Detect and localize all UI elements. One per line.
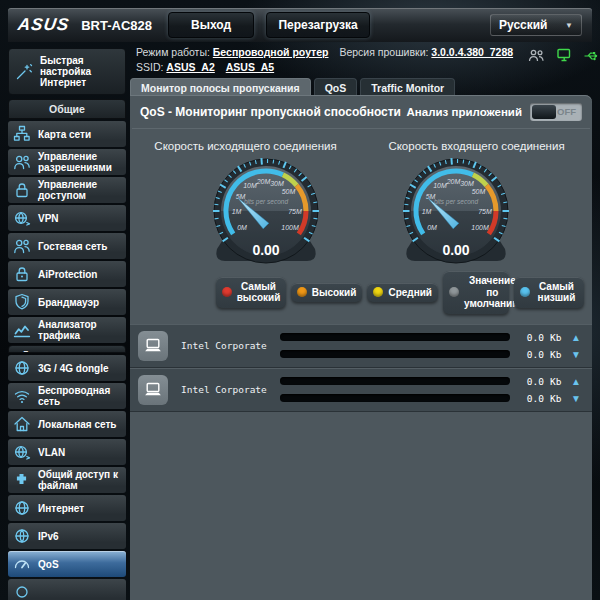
wifi-icon — [12, 387, 32, 405]
sidebar-item-wireless[interactable]: Беспроводная сеть — [8, 383, 126, 409]
svg-text:20M: 20M — [446, 178, 461, 185]
globe-icon — [12, 527, 32, 545]
usb-icon[interactable] — [583, 49, 600, 62]
sidebar-item-3g-4g-dongle[interactable]: 3G / 4G dongle — [8, 355, 126, 381]
sidebar-item-traffic-analyzer[interactable]: Анализатор трафика — [8, 317, 126, 343]
tab-bandwidth-monitor[interactable]: Монитор полосы пропускания — [130, 78, 311, 95]
gear-icon — [12, 583, 32, 600]
device-list: Intel Corporate 0.0 Kb ▲ 0.0 Kb ▼ — [130, 324, 592, 412]
chevron-down-icon: ▼ — [565, 21, 573, 30]
legend-highest[interactable]: Самый высокий — [216, 277, 286, 308]
sidebar-item-vpn[interactable]: VPN — [8, 205, 126, 231]
upload-value: 0.0 — [510, 332, 544, 343]
sidebar-quick-setup[interactable]: Быстрая настройка Интернет — [8, 48, 126, 95]
svg-text:10M: 10M — [243, 182, 257, 189]
upload-bar — [280, 333, 510, 341]
svg-text:30M: 30M — [460, 180, 474, 187]
sidebar-item-lan[interactable]: Локальная сеть — [8, 411, 126, 437]
download-value: 0.0 — [510, 393, 544, 404]
down-arrow-icon: ▼ — [570, 349, 582, 360]
logout-button[interactable]: Выход — [168, 12, 254, 38]
shield-icon — [12, 293, 32, 311]
system-monitor-icon[interactable] — [556, 48, 572, 62]
download-bar — [280, 350, 510, 358]
svg-text:1M: 1M — [422, 208, 432, 215]
device-row: Intel Corporate 0.0 Kb ▲ 0.0 Kb ▼ — [130, 368, 592, 412]
status-icons — [528, 48, 600, 62]
tab-qos[interactable]: QoS — [314, 78, 358, 95]
screen: { "banner": { "brand": "ASUS", "model": … — [0, 0, 600, 600]
sidebar-item-network-map[interactable]: Карта сети — [8, 121, 126, 147]
mode-label: Режим работы: — [136, 46, 210, 58]
sidebar-item-partial[interactable] — [8, 579, 126, 600]
language-dropdown[interactable]: Русский ▼ — [490, 14, 582, 36]
clients-icon[interactable] — [528, 49, 545, 62]
sidebar-item-internet[interactable]: Интернет — [8, 495, 126, 521]
tab-bar: Монитор полосы пропускания QoS Traffic M… — [130, 78, 458, 95]
mode-link[interactable]: Беспроводной роутер — [213, 46, 329, 58]
sidebar-item-aiprotection[interactable]: AiProtection — [8, 261, 126, 287]
svg-text:75M: 75M — [478, 208, 492, 215]
svg-text:0M: 0M — [237, 224, 247, 231]
gauges: 0M 1M 5M 10M 20M 30M 50M 75M 100M bits p… — [130, 157, 592, 267]
svg-text:50M: 50M — [282, 188, 296, 195]
download-gauge-title: Скорость входящего соединения — [361, 140, 592, 152]
laptop-icon[interactable] — [138, 375, 168, 405]
sidebar-item-qos[interactable]: QoS — [8, 551, 126, 577]
toggle-state: OFF — [557, 106, 576, 117]
lock-icon — [12, 265, 32, 283]
tab-traffic-monitor[interactable]: Traffic Monitor — [360, 78, 455, 95]
legend-medium[interactable]: Средний — [367, 283, 438, 303]
page-title: QoS - Мониторинг пропускной способности — [140, 105, 401, 119]
globe-icon — [12, 499, 32, 517]
ssid-link-1[interactable]: ASUS_A2 — [166, 61, 214, 73]
sidebar-item-access-control[interactable]: Управление доступом — [8, 177, 126, 203]
legend-default[interactable]: Значение по умолчанию — [443, 271, 509, 314]
gauge-icon — [12, 555, 32, 573]
download-gauge: 0M 1M 5M 10M 20M 30M 50M 75M 100M bits p… — [381, 157, 531, 267]
qos-panel: QoS - Мониторинг пропускной способности … — [130, 95, 592, 600]
legend-high[interactable]: Высокий — [291, 283, 363, 303]
line-chart-icon — [12, 321, 32, 339]
sidebar-item-permissions[interactable]: Управление разрешениями — [8, 149, 126, 175]
download-bar — [280, 394, 510, 402]
puzzle-icon — [12, 471, 32, 489]
svg-text:100M: 100M — [281, 224, 299, 231]
sidebar-item-file-sharing[interactable]: Общий доступ к файлам — [8, 467, 126, 493]
firmware-link[interactable]: 3.0.0.4.380_7288 — [431, 46, 513, 58]
svg-text:bits per second: bits per second — [244, 198, 288, 206]
sidebar-item-vlan[interactable]: VLAN — [8, 439, 126, 465]
laptop-icon[interactable] — [138, 331, 168, 361]
sidebar-section-general: Общие — [8, 99, 126, 119]
svg-text:100M: 100M — [471, 224, 489, 231]
yellow-dot-icon — [373, 287, 383, 297]
network-map-icon — [12, 125, 32, 143]
device-row: Intel Corporate 0.0 Kb ▲ 0.0 Kb ▼ — [130, 324, 592, 368]
ssid-label: SSID: — [136, 61, 163, 73]
down-arrow-icon: ▼ — [570, 393, 582, 404]
device-name: Intel Corporate — [181, 340, 280, 351]
reboot-button[interactable]: Перезагрузка — [266, 12, 370, 38]
sidebar-item-firewall[interactable]: Брандмауэр — [8, 289, 126, 315]
download-value: 0.00 — [442, 242, 469, 258]
sidebar-item-ipv6[interactable]: IPv6 — [8, 523, 126, 549]
sidebar-quick-setup-label: Быстрая настройка Интернет — [40, 55, 120, 88]
upload-value: 0.0 — [510, 376, 544, 387]
up-arrow-icon: ▲ — [570, 376, 582, 387]
cyan-dot-icon — [520, 287, 530, 297]
gray-dot-icon — [449, 287, 459, 297]
ssid-link-2[interactable]: ASUS_A5 — [226, 61, 274, 73]
legend-lowest[interactable]: Самый низший — [514, 277, 584, 308]
sidebar-item-guest-network[interactable]: Гостевая сеть — [8, 233, 126, 259]
svg-text:0M: 0M — [427, 224, 437, 231]
firmware-label: Версия прошивки: — [339, 46, 428, 58]
up-arrow-icon: ▲ — [570, 332, 582, 343]
priority-legend: Самый высокий Высокий Средний Значение п… — [130, 271, 592, 314]
info-bar: Режим работы: Беспроводной роутер Версия… — [136, 45, 513, 75]
app-analysis-label: Анализ приложений — [407, 106, 522, 118]
device-name: Intel Corporate — [181, 384, 280, 395]
home-icon — [12, 415, 32, 433]
users-icon — [12, 153, 32, 171]
upload-gauge: 0M 1M 5M 10M 20M 30M 50M 75M 100M bits p… — [191, 157, 341, 267]
app-analysis-toggle[interactable]: OFF — [530, 103, 582, 121]
